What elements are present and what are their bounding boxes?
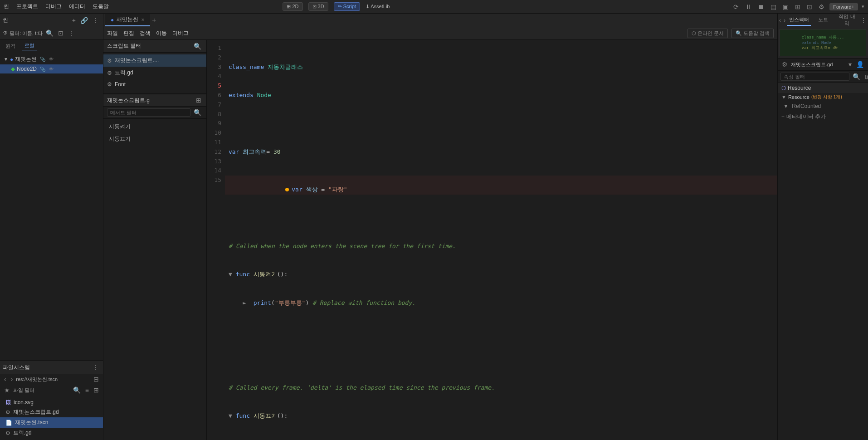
tab-local[interactable]: 로컬 — [22, 41, 37, 50]
scene-node-icon: ● — [10, 56, 13, 63]
menu-edit[interactable]: 편집 — [123, 29, 134, 37]
layout4-icon[interactable]: ⊡ — [805, 3, 814, 11]
menu-project[interactable]: 프로젝트 — [16, 3, 38, 10]
online-doc-button[interactable]: ⬡ 온라인 문서 — [688, 29, 728, 38]
refresh-icon[interactable]: ⟳ — [732, 3, 740, 11]
fs-item-script1[interactable]: ⚙ 재밋논스크립트.gd — [0, 407, 103, 417]
menu-file[interactable]: 파일 — [107, 29, 118, 37]
layout3-icon[interactable]: ⊞ — [794, 3, 802, 11]
tab-inspector[interactable]: 인스펙터 — [787, 15, 811, 26]
inspector-script-dropdown-icon[interactable]: ▾ — [847, 60, 853, 68]
pause-icon[interactable]: ⏸ — [744, 3, 753, 11]
filter-more-icon[interactable]: ⋮ — [67, 29, 76, 37]
menu-debug2[interactable]: 디버그 — [172, 29, 189, 37]
btn-script[interactable]: ✏ Script — [334, 2, 360, 11]
method-settings-icon[interactable]: ⊞ — [195, 96, 203, 104]
menu-help[interactable]: 도움말 — [93, 3, 109, 10]
btn-2d[interactable]: ⊞ 2D — [283, 2, 302, 11]
scene-panel-header: 씬 + 🔗 ⋮ — [0, 14, 103, 27]
property-filter-input[interactable] — [780, 73, 849, 81]
fs-sort-icon[interactable]: ≡ — [84, 386, 90, 394]
fs-item-script2[interactable]: ⚙ 트럭.gd — [0, 428, 103, 438]
script-search-icon[interactable]: 🔍 — [192, 42, 203, 50]
menu-editor[interactable]: 에디터 — [69, 3, 85, 10]
inspector-back-icon[interactable]: ‹ — [778, 17, 782, 24]
fs-grid-icon[interactable]: ⊞ — [92, 386, 100, 394]
method-filter-input[interactable] — [107, 108, 190, 117]
prop-filter-search-icon[interactable]: 🔍 — [851, 73, 862, 81]
help-search-button[interactable]: 🔍 도움말 검색 — [731, 29, 774, 38]
code-line-1: class_name 자동차클래스 — [225, 63, 777, 72]
dropdown-arrow-icon[interactable]: ▾ — [862, 4, 864, 10]
code-content[interactable]: class_name 자동차클래스 extends Node var 최고속력=… — [225, 40, 777, 440]
more-options-icon[interactable]: ⋮ — [91, 16, 100, 24]
fs-search-icon[interactable]: 🔍 — [72, 386, 82, 394]
expand-arrow-9[interactable]: ► — [243, 299, 246, 306]
method-filter-bar: 🔍 — [103, 107, 206, 119]
filter-mode-icon[interactable]: ⊡ — [57, 29, 65, 37]
fs-item-iconsvg[interactable]: 🖼 icon.svg — [0, 398, 103, 407]
tab-history[interactable]: 작업 내역 — [835, 11, 859, 29]
script-item-0[interactable]: ⚙ 재밋논스크립트.... — [103, 54, 206, 67]
nav-forward-icon[interactable]: › — [10, 375, 15, 383]
nav-back-icon[interactable]: ‹ — [3, 375, 8, 383]
collapse-arrow-13[interactable]: ▼ — [229, 412, 232, 419]
node2d-actions: 📎 👁 — [39, 66, 55, 72]
fs-more-icon[interactable]: ⋮ — [91, 363, 100, 372]
menu-debug[interactable]: 디버그 — [45, 3, 62, 10]
add-tab-button[interactable]: + — [150, 16, 158, 24]
ln-15: 15 — [210, 176, 221, 185]
inspector-settings-icon[interactable]: ⚙ — [780, 60, 789, 68]
filter-search-icon[interactable]: 🔍 — [44, 29, 55, 37]
btn-assetlib[interactable]: ⬇ AssetLib — [366, 4, 390, 10]
favorite-icon[interactable]: ★ — [3, 386, 11, 394]
tree-item-scene[interactable]: ▼ ● 재밋논씬 📎 👁 — [0, 54, 103, 64]
method-filter-search-icon[interactable]: 🔍 — [192, 108, 203, 117]
method-item-0[interactable]: 시동켜기 — [103, 121, 206, 133]
inspector-forward-icon[interactable]: › — [782, 17, 787, 24]
add-node-icon[interactable]: + — [71, 16, 77, 24]
visibility-icon[interactable]: 👁 — [48, 56, 55, 62]
collapse-icon: ▼ — [4, 57, 8, 62]
main-layout: 씬 + 🔗 ⋮ ⚗ 필터: 이름, t:타 🔍 ⊡ ⋮ 원격 로컬 ▼ ● 재밋… — [0, 14, 868, 440]
fs-icon-script1: ⚙ — [5, 409, 10, 416]
link-icon[interactable]: 🔗 — [79, 16, 89, 24]
attach-script-icon[interactable]: 📎 — [39, 56, 47, 62]
editor-tab-scene[interactable]: ● 재밋논씬 ✕ — [105, 14, 150, 26]
meta-add-button[interactable]: + 메타데이터 추가 — [778, 111, 868, 122]
tab-close-icon[interactable]: ✕ — [141, 17, 145, 22]
script-item-2[interactable]: ⚙ Font — [103, 79, 206, 90]
resource-subsection[interactable]: ▼ Resource (변경 사항 1개) — [778, 93, 868, 101]
tab-scene-icon: ● — [111, 17, 114, 23]
inspector-user-icon[interactable]: 👤 — [855, 60, 865, 68]
tree-item-node2d[interactable]: ◆ Node2D 📎 👁 — [0, 64, 103, 73]
layout-split-icon[interactable]: ⊟ — [92, 375, 100, 383]
method-item-1[interactable]: 시동끄기 — [103, 133, 206, 145]
fs-item-scene[interactable]: 📄 재밋논씬.tscn — [0, 417, 103, 428]
menu-scene[interactable]: 씬 — [4, 3, 9, 10]
layout2-icon[interactable]: ▣ — [781, 3, 790, 11]
forward-plus-label: Forward+ — [829, 3, 858, 10]
resource-badge: (변경 사항 1개) — [811, 94, 842, 100]
inspector-more-icon[interactable]: ⋮ — [859, 16, 868, 24]
menu-search[interactable]: 검색 — [140, 29, 151, 37]
collapse-arrow-8[interactable]: ▼ — [229, 271, 232, 278]
code-area[interactable]: 1 2 3 4 5 6 7 8 9 10 11 12 13 — [207, 40, 777, 440]
tab-notes[interactable]: 노트 — [811, 15, 835, 26]
layout1-icon[interactable]: ▤ — [769, 3, 778, 11]
fs-filter-bar: ★ 파일 필터 🔍 ≡ ⊞ — [0, 384, 103, 396]
menu-goto[interactable]: 이동 — [156, 29, 167, 37]
stop-icon[interactable]: ⏹ — [756, 3, 766, 11]
tree-actions: 📎 👁 — [39, 56, 55, 62]
filesystem-panel: 파일시스템 ⋮ ‹ › res://재밋논씬.tscn ⊟ ★ 파일 필터 🔍 … — [0, 360, 103, 440]
ln-1: 1 — [210, 44, 221, 53]
script-item-1[interactable]: ⚙ 트럭.gd — [103, 67, 206, 79]
tab-remote[interactable]: 원격 — [3, 41, 18, 50]
refcounted-section[interactable]: ▼ RefCounted — [778, 101, 868, 111]
resource-section-header[interactable]: ⬡ Resource — [778, 83, 868, 93]
node2d-visibility-icon[interactable]: 👁 — [48, 66, 55, 72]
btn-3d[interactable]: ⊡ 3D — [308, 2, 328, 11]
prop-filter-settings-icon[interactable]: ⊞ — [863, 73, 868, 81]
node2d-script-icon[interactable]: 📎 — [39, 66, 47, 72]
settings-icon[interactable]: ⚙ — [817, 3, 826, 11]
